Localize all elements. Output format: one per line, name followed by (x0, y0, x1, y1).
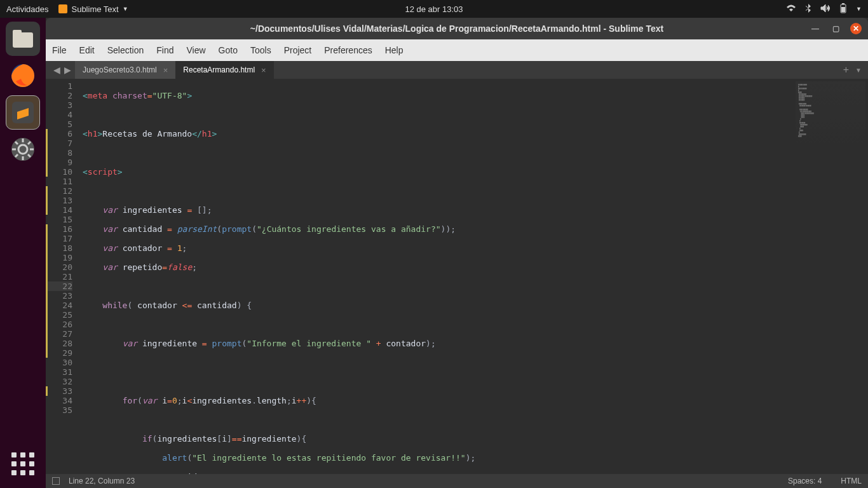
charset-value: "UTF-8" (153, 91, 187, 100)
dock-files[interactable] (6, 22, 40, 56)
menu-tools[interactable]: Tools (250, 45, 271, 55)
window-title: ~/Documentos/Ulises Vidal/Materias/Logic… (250, 24, 663, 34)
menu-goto[interactable]: Goto (219, 45, 238, 55)
menu-preferences[interactable]: Preferences (324, 45, 372, 55)
close-icon[interactable]: × (261, 65, 266, 75)
dock-show-apps[interactable] (10, 451, 36, 477)
clock[interactable]: 12 de abr 13:03 (405, 4, 463, 14)
editor-area[interactable]: 12345 678910 1112131415 1617181920 21222… (46, 79, 868, 474)
dock-sublime[interactable] (6, 95, 40, 130)
tab-recetaarmando[interactable]: RecetaArmando.html × (175, 61, 273, 79)
sublime-window: ~/Documentos/Ulises Vidal/Materias/Logic… (46, 18, 868, 488)
tab-strip: ◀ ▶ JuegoSecreto3.0.html × RecetaArmando… (46, 61, 868, 79)
window-titlebar[interactable]: ~/Documentos/Ulises Vidal/Materias/Logic… (46, 18, 868, 39)
status-bar: Line 22, Column 23 Spaces: 4 HTML (46, 474, 868, 488)
dock-firefox[interactable] (6, 58, 40, 93)
menu-find[interactable]: Find (156, 45, 173, 55)
svg-rect-2 (841, 7, 845, 12)
activities-button[interactable]: Actividades (6, 4, 48, 14)
line-number-gutter: 12345 678910 1112131415 1617181920 21222… (46, 79, 78, 474)
menu-project[interactable]: Project (284, 45, 312, 55)
tab-juegosecreto[interactable]: JuegoSecreto3.0.html × (75, 61, 175, 79)
system-menu-caret-icon[interactable]: ▼ (856, 6, 862, 12)
minimize-button[interactable]: — (810, 23, 821, 34)
menu-selection[interactable]: Selection (107, 45, 144, 55)
app-menu[interactable]: Sublime Text ▼ (58, 4, 128, 14)
str-alert-repetido: "El ingrediente lo estas repitiendo favo… (192, 453, 465, 463)
menu-bar: File Edit Selection Find View Goto Tools… (46, 39, 868, 61)
battery-icon[interactable] (839, 3, 847, 15)
tab-nav-forward-icon[interactable]: ▶ (64, 65, 71, 75)
tab-dropdown-icon[interactable]: ▼ (855, 67, 862, 74)
chevron-down-icon: ▼ (123, 6, 128, 12)
app-menu-label: Sublime Text (71, 4, 118, 14)
close-icon[interactable]: × (163, 65, 168, 75)
gnome-top-bar: Actividades Sublime Text ▼ 12 de abr 13:… (0, 0, 868, 18)
minimap[interactable]: █ ████ ████████ ███████████ ██ ██████ ██… (796, 81, 865, 158)
tab-label: JuegoSecreto3.0.html (83, 65, 157, 74)
str-prompt-cantidad: "¿Cuántos ingredientes vas a añadir?" (257, 224, 441, 234)
h1-text: Recetas de Armando (102, 129, 192, 139)
dock-settings[interactable] (6, 132, 40, 166)
menu-view[interactable]: View (187, 45, 206, 55)
wifi-icon[interactable] (786, 4, 796, 14)
menu-edit[interactable]: Edit (79, 45, 95, 55)
bluetooth-icon[interactable] (805, 4, 811, 15)
svg-rect-1 (842, 3, 844, 4)
new-tab-icon[interactable]: + (843, 64, 849, 76)
sublime-icon (58, 4, 67, 13)
status-syntax[interactable]: HTML (841, 477, 862, 485)
menu-file[interactable]: File (52, 45, 67, 55)
maximize-button[interactable]: ▢ (830, 23, 841, 34)
volume-icon[interactable] (820, 4, 831, 15)
close-button[interactable]: ✕ (850, 23, 862, 34)
svg-rect-4 (13, 30, 22, 35)
panel-switcher-icon[interactable] (52, 477, 60, 485)
status-indentation[interactable]: Spaces: 4 (788, 477, 822, 485)
str-prompt-informe: "Informe el ingrediente " (247, 339, 371, 348)
tab-nav-back-icon[interactable]: ◀ (53, 65, 60, 75)
code-content[interactable]: <meta charset="UTF-8"> <h1>Recetas de Ar… (78, 79, 868, 474)
menu-help[interactable]: Help (385, 45, 403, 55)
status-position[interactable]: Line 22, Column 23 (69, 477, 135, 485)
ubuntu-dock (0, 18, 46, 488)
tab-label: RecetaArmando.html (183, 65, 255, 74)
